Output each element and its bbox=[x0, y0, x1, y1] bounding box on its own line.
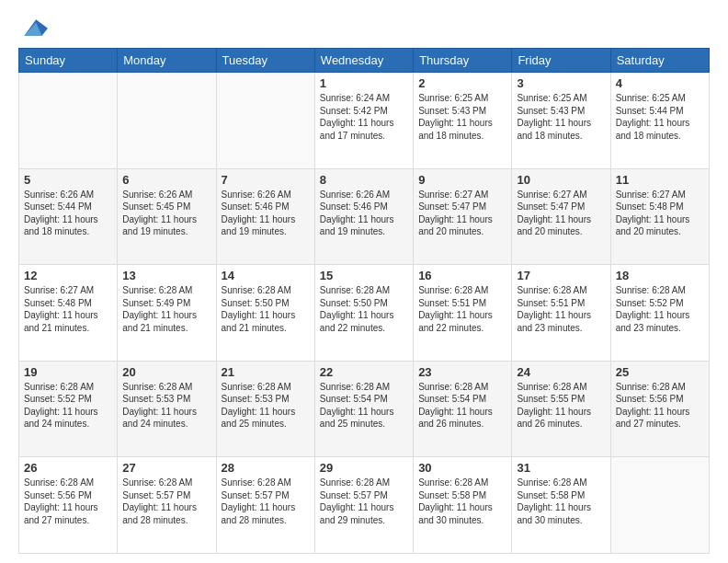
day-info: Sunrise: 6:25 AM Sunset: 5:43 PM Dayligh… bbox=[517, 92, 605, 142]
calendar-week-4: 19Sunrise: 6:28 AM Sunset: 5:52 PM Dayli… bbox=[19, 361, 710, 457]
day-number: 20 bbox=[122, 365, 210, 379]
day-number: 8 bbox=[320, 173, 408, 187]
calendar-cell: 7Sunrise: 6:26 AM Sunset: 5:46 PM Daylig… bbox=[216, 168, 314, 265]
day-number: 17 bbox=[517, 269, 605, 282]
calendar-cell bbox=[118, 73, 216, 169]
calendar-cell: 6Sunrise: 6:26 AM Sunset: 5:45 PM Daylig… bbox=[118, 168, 216, 265]
calendar-cell: 19Sunrise: 6:28 AM Sunset: 5:52 PM Dayli… bbox=[19, 361, 118, 457]
day-info: Sunrise: 6:28 AM Sunset: 5:50 PM Dayligh… bbox=[320, 284, 408, 334]
day-info: Sunrise: 6:28 AM Sunset: 5:55 PM Dayligh… bbox=[517, 381, 605, 431]
day-number: 14 bbox=[222, 269, 310, 282]
day-info: Sunrise: 6:26 AM Sunset: 5:45 PM Dayligh… bbox=[122, 189, 210, 238]
calendar-cell bbox=[216, 73, 314, 169]
day-info: Sunrise: 6:28 AM Sunset: 5:50 PM Dayligh… bbox=[222, 284, 310, 334]
day-info: Sunrise: 6:28 AM Sunset: 5:51 PM Dayligh… bbox=[418, 284, 506, 334]
calendar-cell: 5Sunrise: 6:26 AM Sunset: 5:44 PM Daylig… bbox=[19, 168, 118, 265]
day-info: Sunrise: 6:25 AM Sunset: 5:44 PM Dayligh… bbox=[616, 92, 704, 142]
calendar-cell: 14Sunrise: 6:28 AM Sunset: 5:50 PM Dayli… bbox=[216, 265, 314, 362]
weekday-header-saturday: Saturday bbox=[610, 49, 709, 73]
day-info: Sunrise: 6:26 AM Sunset: 5:44 PM Dayligh… bbox=[24, 189, 112, 238]
weekday-header-sunday: Sunday bbox=[19, 49, 118, 73]
day-info: Sunrise: 6:25 AM Sunset: 5:43 PM Dayligh… bbox=[418, 92, 506, 142]
weekday-header-friday: Friday bbox=[512, 49, 610, 73]
day-number: 10 bbox=[517, 173, 605, 187]
day-number: 29 bbox=[320, 461, 408, 475]
weekday-header-wednesday: Wednesday bbox=[314, 49, 413, 73]
weekday-header-tuesday: Tuesday bbox=[216, 49, 314, 73]
logo bbox=[18, 15, 51, 40]
day-number: 25 bbox=[616, 365, 704, 379]
calendar-cell: 8Sunrise: 6:26 AM Sunset: 5:46 PM Daylig… bbox=[314, 168, 413, 265]
calendar-cell: 27Sunrise: 6:28 AM Sunset: 5:57 PM Dayli… bbox=[118, 457, 216, 554]
calendar-cell bbox=[19, 73, 118, 169]
day-info: Sunrise: 6:28 AM Sunset: 5:54 PM Dayligh… bbox=[418, 381, 506, 431]
day-number: 13 bbox=[122, 269, 210, 282]
calendar-cell: 26Sunrise: 6:28 AM Sunset: 5:56 PM Dayli… bbox=[19, 457, 118, 554]
calendar-cell: 24Sunrise: 6:28 AM Sunset: 5:55 PM Dayli… bbox=[512, 361, 610, 457]
day-number: 28 bbox=[222, 461, 310, 475]
day-info: Sunrise: 6:28 AM Sunset: 5:58 PM Dayligh… bbox=[418, 477, 506, 526]
calendar-cell: 1Sunrise: 6:24 AM Sunset: 5:42 PM Daylig… bbox=[314, 73, 413, 169]
day-info: Sunrise: 6:28 AM Sunset: 5:56 PM Dayligh… bbox=[24, 477, 112, 526]
calendar-cell: 13Sunrise: 6:28 AM Sunset: 5:49 PM Dayli… bbox=[118, 265, 216, 362]
calendar-cell: 20Sunrise: 6:28 AM Sunset: 5:53 PM Dayli… bbox=[118, 361, 216, 457]
day-info: Sunrise: 6:27 AM Sunset: 5:47 PM Dayligh… bbox=[517, 189, 605, 238]
day-info: Sunrise: 6:28 AM Sunset: 5:57 PM Dayligh… bbox=[222, 477, 310, 526]
calendar-cell: 29Sunrise: 6:28 AM Sunset: 5:57 PM Dayli… bbox=[314, 457, 413, 554]
day-info: Sunrise: 6:27 AM Sunset: 5:47 PM Dayligh… bbox=[418, 189, 506, 238]
day-number: 3 bbox=[517, 76, 605, 90]
calendar-week-3: 12Sunrise: 6:27 AM Sunset: 5:48 PM Dayli… bbox=[19, 265, 710, 362]
day-number: 4 bbox=[616, 76, 704, 90]
calendar-cell: 3Sunrise: 6:25 AM Sunset: 5:43 PM Daylig… bbox=[512, 73, 610, 169]
calendar-cell: 22Sunrise: 6:28 AM Sunset: 5:54 PM Dayli… bbox=[314, 361, 413, 457]
calendar-cell: 25Sunrise: 6:28 AM Sunset: 5:56 PM Dayli… bbox=[610, 361, 709, 457]
day-number: 16 bbox=[418, 269, 506, 282]
day-info: Sunrise: 6:28 AM Sunset: 5:52 PM Dayligh… bbox=[24, 381, 112, 431]
day-number: 22 bbox=[320, 365, 408, 379]
day-number: 23 bbox=[418, 365, 506, 379]
calendar-cell: 11Sunrise: 6:27 AM Sunset: 5:48 PM Dayli… bbox=[610, 168, 709, 265]
day-info: Sunrise: 6:28 AM Sunset: 5:54 PM Dayligh… bbox=[320, 381, 408, 431]
day-info: Sunrise: 6:26 AM Sunset: 5:46 PM Dayligh… bbox=[320, 189, 408, 238]
day-info: Sunrise: 6:28 AM Sunset: 5:57 PM Dayligh… bbox=[122, 477, 210, 526]
day-number: 5 bbox=[24, 173, 112, 187]
day-info: Sunrise: 6:28 AM Sunset: 5:51 PM Dayligh… bbox=[517, 284, 605, 334]
calendar-cell: 16Sunrise: 6:28 AM Sunset: 5:51 PM Dayli… bbox=[414, 265, 512, 362]
calendar-cell: 18Sunrise: 6:28 AM Sunset: 5:52 PM Dayli… bbox=[610, 265, 709, 362]
calendar-cell: 23Sunrise: 6:28 AM Sunset: 5:54 PM Dayli… bbox=[414, 361, 512, 457]
header bbox=[18, 15, 710, 40]
logo-icon bbox=[18, 15, 48, 40]
day-number: 18 bbox=[616, 269, 704, 282]
weekday-header-row: SundayMondayTuesdayWednesdayThursdayFrid… bbox=[19, 49, 710, 73]
calendar-week-2: 5Sunrise: 6:26 AM Sunset: 5:44 PM Daylig… bbox=[19, 168, 710, 265]
day-number: 12 bbox=[24, 269, 112, 282]
day-info: Sunrise: 6:28 AM Sunset: 5:58 PM Dayligh… bbox=[517, 477, 605, 526]
calendar-cell: 28Sunrise: 6:28 AM Sunset: 5:57 PM Dayli… bbox=[216, 457, 314, 554]
calendar-cell: 2Sunrise: 6:25 AM Sunset: 5:43 PM Daylig… bbox=[414, 73, 512, 169]
weekday-header-thursday: Thursday bbox=[414, 49, 512, 73]
calendar-cell: 9Sunrise: 6:27 AM Sunset: 5:47 PM Daylig… bbox=[414, 168, 512, 265]
calendar-cell: 15Sunrise: 6:28 AM Sunset: 5:50 PM Dayli… bbox=[314, 265, 413, 362]
calendar-cell bbox=[610, 457, 709, 554]
day-number: 1 bbox=[320, 76, 408, 90]
day-number: 15 bbox=[320, 269, 408, 282]
page: SundayMondayTuesdayWednesdayThursdayFrid… bbox=[0, 0, 728, 563]
day-info: Sunrise: 6:24 AM Sunset: 5:42 PM Dayligh… bbox=[320, 92, 408, 142]
day-info: Sunrise: 6:28 AM Sunset: 5:53 PM Dayligh… bbox=[122, 381, 210, 431]
day-info: Sunrise: 6:28 AM Sunset: 5:57 PM Dayligh… bbox=[320, 477, 408, 526]
day-number: 11 bbox=[616, 173, 704, 187]
weekday-header-monday: Monday bbox=[118, 49, 216, 73]
day-number: 6 bbox=[122, 173, 210, 187]
day-number: 27 bbox=[122, 461, 210, 475]
day-number: 21 bbox=[222, 365, 310, 379]
day-info: Sunrise: 6:28 AM Sunset: 5:53 PM Dayligh… bbox=[222, 381, 310, 431]
calendar-table: SundayMondayTuesdayWednesdayThursdayFrid… bbox=[18, 48, 710, 554]
day-number: 31 bbox=[517, 461, 605, 475]
day-info: Sunrise: 6:28 AM Sunset: 5:49 PM Dayligh… bbox=[122, 284, 210, 334]
day-number: 2 bbox=[418, 76, 506, 90]
day-info: Sunrise: 6:27 AM Sunset: 5:48 PM Dayligh… bbox=[616, 189, 704, 238]
calendar-cell: 21Sunrise: 6:28 AM Sunset: 5:53 PM Dayli… bbox=[216, 361, 314, 457]
day-info: Sunrise: 6:28 AM Sunset: 5:56 PM Dayligh… bbox=[616, 381, 704, 431]
calendar-cell: 10Sunrise: 6:27 AM Sunset: 5:47 PM Dayli… bbox=[512, 168, 610, 265]
day-number: 26 bbox=[24, 461, 112, 475]
